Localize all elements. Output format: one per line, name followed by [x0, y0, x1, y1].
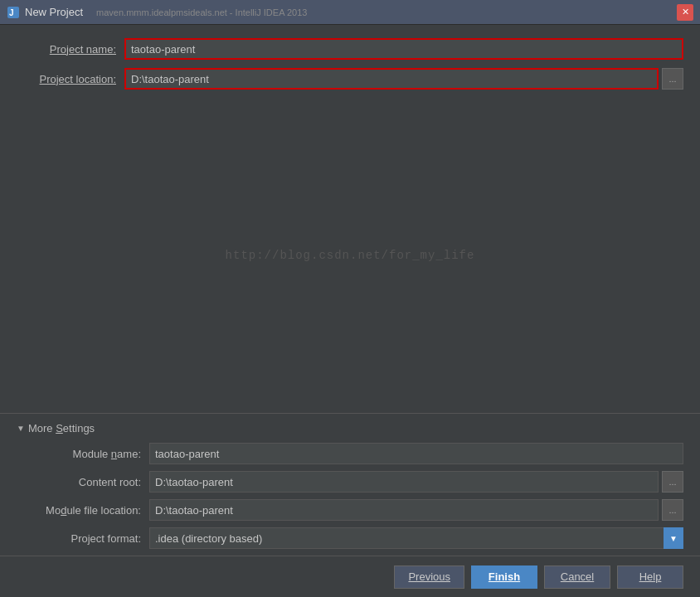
- dialog-subtitle: maven.mmm.idealpmsideals.net - IntelliJ …: [96, 7, 307, 17]
- dialog-title: New Project: [25, 6, 83, 18]
- footer: Previous Finish Cancel Help: [0, 556, 700, 597]
- content-root-label: Content root:: [17, 476, 149, 488]
- project-location-browse-button[interactable]: ...: [662, 68, 683, 90]
- more-settings-section: ▼ More Settings Module name: Content roo…: [0, 413, 700, 564]
- module-name-row: Module name:: [17, 443, 683, 464]
- module-file-location-row: Module file location: ...: [17, 499, 683, 521]
- project-name-input[interactable]: [124, 38, 683, 60]
- project-name-row: Project name:: [17, 38, 683, 60]
- app-icon: J: [7, 6, 20, 19]
- previous-button[interactable]: Previous: [394, 565, 464, 589]
- expand-icon: ▼: [17, 424, 25, 433]
- project-location-label: Project location:: [17, 73, 124, 85]
- cancel-button[interactable]: Cancel: [544, 565, 610, 589]
- project-format-select-wrapper: .idea (directory based) ▼: [149, 527, 683, 549]
- content-root-row: Content root: ...: [17, 471, 683, 493]
- module-file-location-browse-button[interactable]: ...: [662, 499, 683, 521]
- module-name-input[interactable]: [149, 443, 683, 464]
- more-settings-label: More Settings: [28, 422, 95, 434]
- more-settings-toggle[interactable]: ▼ More Settings: [17, 422, 683, 434]
- title-bar: J New Project maven.mmm.idealpmsideals.n…: [0, 0, 700, 25]
- close-button[interactable]: ✕: [677, 4, 693, 21]
- content-root-browse-button[interactable]: ...: [662, 471, 683, 493]
- watermark-area: http://blog.csdn.net/for_my_life: [0, 98, 700, 413]
- project-name-label: Project name:: [17, 43, 124, 56]
- finish-button[interactable]: Finish: [471, 565, 537, 589]
- project-location-input[interactable]: [124, 68, 659, 90]
- content-root-input[interactable]: [149, 471, 659, 493]
- module-name-label: Module name:: [17, 448, 149, 460]
- module-file-location-label: Module file location:: [17, 504, 149, 517]
- module-file-location-input[interactable]: [149, 499, 659, 521]
- project-format-select[interactable]: .idea (directory based): [149, 527, 683, 549]
- project-format-label: Project format:: [17, 532, 149, 545]
- project-format-row: Project format: .idea (directory based) …: [17, 527, 683, 549]
- help-button[interactable]: Help: [617, 565, 683, 589]
- project-location-row: Project location: ...: [17, 68, 683, 90]
- watermark-text: http://blog.csdn.net/for_my_life: [226, 249, 475, 262]
- svg-text:J: J: [9, 8, 14, 17]
- dialog-body: Project name: Project location: ...: [0, 25, 700, 90]
